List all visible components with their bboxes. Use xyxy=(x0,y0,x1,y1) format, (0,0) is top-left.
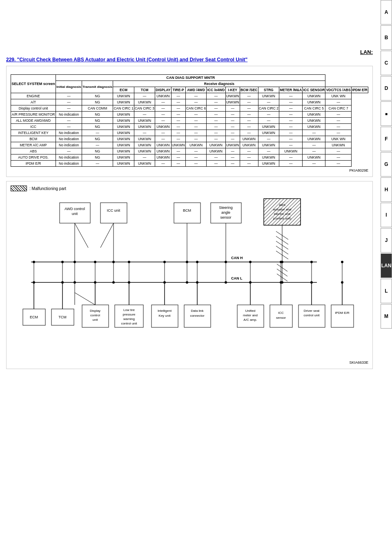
svg-point-108 xyxy=(280,281,282,284)
svg-point-84 xyxy=(196,261,198,263)
table-row: ABS — NG UNKWN UNKWN UNKWN — — UNKWN — —… xyxy=(11,148,368,154)
table-row: ICC — NG UNKWN UNKWN UNKWN — — — — — UNK… xyxy=(11,124,368,130)
initial-val: — xyxy=(56,93,82,99)
svg-point-120 xyxy=(186,281,188,284)
svg-line-123 xyxy=(75,223,88,248)
table-row: A/T — NG UNKWN UNKWN — — — — UNKWN — — —… xyxy=(11,99,368,105)
svg-point-88 xyxy=(280,261,282,263)
svg-text:electric unit: electric unit xyxy=(274,212,291,216)
tab-d[interactable]: D xyxy=(381,76,392,101)
top-lan-label: LAN: xyxy=(6,49,373,55)
svg-text:ICC: ICC xyxy=(278,311,284,315)
svg-text:Low tire: Low tire xyxy=(123,308,135,312)
col-vdc: VDC/TCS /ABS xyxy=(325,87,351,93)
tab-c[interactable]: C xyxy=(381,51,392,75)
system-name: ABS xyxy=(11,148,56,154)
svg-point-76 xyxy=(61,261,64,263)
transmit-diag-header: Transmit diagnosis xyxy=(82,81,113,93)
svg-text:(control unit): (control unit) xyxy=(273,217,292,220)
svg-text:Steering: Steering xyxy=(219,206,233,210)
system-name: ALL MODE AWD/4WD xyxy=(11,118,56,124)
svg-text:Driver seat: Driver seat xyxy=(304,309,320,313)
tab-a[interactable]: A xyxy=(381,0,392,25)
tab-i[interactable]: I xyxy=(381,203,392,227)
tab-m[interactable]: M xyxy=(381,304,392,329)
tab-g[interactable]: G xyxy=(381,152,392,177)
system-name: INTELLIGENT KEY xyxy=(11,130,56,136)
svg-line-124 xyxy=(100,223,114,248)
svg-point-104 xyxy=(196,281,198,284)
system-name: A/R PRESSURE MONITOR xyxy=(11,112,56,118)
legend-text: : Malfunctioning part xyxy=(29,186,66,191)
svg-rect-4 xyxy=(100,203,127,223)
svg-text:control unit: control unit xyxy=(303,313,320,317)
can-diag-main-header: CAN DIAG SUPPORT MNTR xyxy=(56,75,325,81)
system-name: A/T xyxy=(11,99,56,105)
system-name: AUTO DRIVE POS. xyxy=(11,154,56,161)
system-name: METER A/C AMP xyxy=(11,142,56,148)
skia-label: SKIA6633E xyxy=(11,360,368,365)
svg-text:ICC unit: ICC unit xyxy=(107,208,120,213)
svg-text:pressure: pressure xyxy=(122,313,136,316)
hatch-icon xyxy=(11,186,27,191)
table-row: BCM No indication NG UNKWN UNKWN — — — —… xyxy=(11,136,368,142)
svg-text:TCM: TCM xyxy=(58,315,67,319)
tab-l[interactable]: L xyxy=(381,279,392,303)
svg-text:warning: warning xyxy=(123,317,135,321)
system-name: BCM xyxy=(11,136,56,142)
svg-text:CAN L: CAN L xyxy=(231,276,243,280)
svg-text:actuator and: actuator and xyxy=(273,208,291,211)
diagram-svg: AWD control unit ICC unit BCM Steering a… xyxy=(11,195,368,359)
svg-text:meter and: meter and xyxy=(243,313,258,317)
svg-text:Unified: Unified xyxy=(245,309,256,313)
malfunction-legend: : Malfunctioning part xyxy=(11,186,368,191)
tab-lan[interactable]: LAN xyxy=(381,253,392,278)
col-awd: AWD /4WD xyxy=(185,87,206,93)
tab-e[interactable]: ■ xyxy=(381,101,392,126)
svg-point-94 xyxy=(33,281,35,284)
col-tirep: TIRE-P xyxy=(171,87,185,93)
col-icc: ICC /e4WD xyxy=(207,87,225,93)
svg-text:ABS: ABS xyxy=(279,203,285,207)
diag-table-wrapper: SELECT SYSTEM screen CAN DIAG SUPPORT MN… xyxy=(6,66,373,177)
svg-text:A/C amp.: A/C amp. xyxy=(243,318,257,322)
svg-text:control: control xyxy=(90,313,100,317)
svg-text:Intelligent: Intelligent xyxy=(158,309,172,313)
svg-text:Display: Display xyxy=(90,309,100,313)
col-ikey: I-KEY xyxy=(225,87,240,93)
table-row: ALL MODE AWD/4WD — NG UNKWN UNKWN — — — … xyxy=(11,118,368,124)
system-name: ENGINE xyxy=(11,93,56,99)
receive-diag-header: Receive diagnosis xyxy=(113,81,325,87)
svg-point-106 xyxy=(249,281,252,284)
svg-point-90 xyxy=(310,261,313,263)
svg-text:ECM: ECM xyxy=(30,315,38,319)
svg-text:CAN H: CAN H xyxy=(231,256,243,260)
tab-j[interactable]: J xyxy=(381,228,392,253)
svg-text:control unit: control unit xyxy=(121,322,137,325)
svg-text:connector: connector xyxy=(190,314,204,318)
col-ipdm: IPDM E/R xyxy=(351,87,368,93)
table-row: IPDM E/R No indication — UNKWN UNKWN — —… xyxy=(11,161,368,167)
system-name: Display control unit xyxy=(11,105,56,112)
svg-text:unit: unit xyxy=(72,212,78,216)
svg-point-110 xyxy=(310,281,313,284)
svg-line-116 xyxy=(75,293,95,305)
svg-text:AWD control: AWD control xyxy=(65,207,85,211)
col-strg: STRG xyxy=(258,87,279,93)
svg-point-98 xyxy=(94,281,96,284)
section-title: 229. "Circuit Check Between ABS Actuator… xyxy=(6,57,373,63)
svg-text:IPDM E/R: IPDM E/R xyxy=(335,311,350,315)
tab-b[interactable]: B xyxy=(381,25,392,50)
table-row: ENGINE — NG UNKWN — UNKWN — — — UNKWN — … xyxy=(11,93,368,99)
svg-text:sensor: sensor xyxy=(220,215,231,219)
tab-h[interactable]: H xyxy=(381,177,392,202)
svg-rect-6 xyxy=(174,203,200,223)
col-iccsensor: ICC SENSOR xyxy=(303,87,325,93)
tab-f[interactable]: F xyxy=(381,127,392,151)
svg-point-80 xyxy=(128,261,130,263)
svg-point-102 xyxy=(163,281,166,284)
svg-point-86 xyxy=(249,261,252,263)
main-content: LAN: 229. "Circuit Check Between ABS Act… xyxy=(0,0,379,451)
svg-rect-71 xyxy=(331,305,354,327)
col-display: DISPLAY xyxy=(155,87,171,93)
